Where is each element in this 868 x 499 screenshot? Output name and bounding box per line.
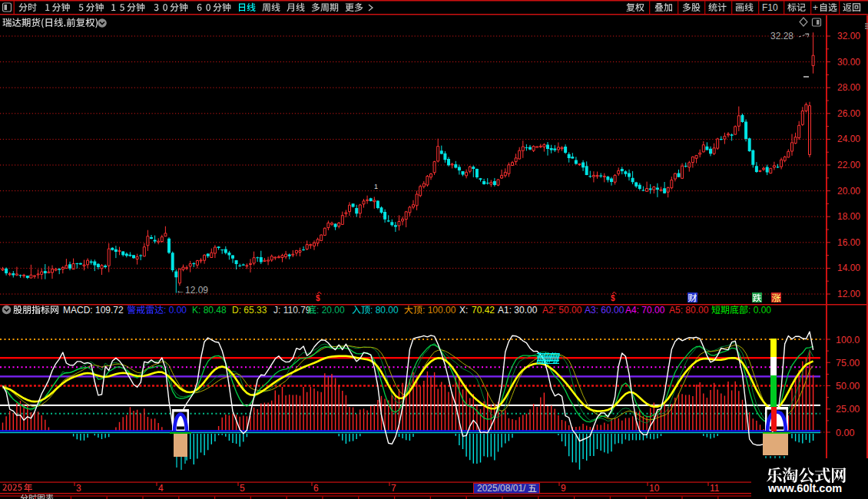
- svg-text:10: 10: [649, 483, 660, 494]
- svg-text:3: 3: [76, 483, 81, 494]
- svg-text:$: $: [611, 294, 615, 302]
- svg-text:7: 7: [391, 483, 396, 494]
- svg-text:26.00: 26.00: [837, 108, 860, 119]
- svg-text:MACD: 109.72: MACD: 109.72: [63, 305, 124, 316]
- svg-text:28.00: 28.00: [837, 82, 860, 93]
- svg-text:4: 4: [158, 483, 164, 494]
- svg-text:20.00: 20.00: [837, 186, 860, 197]
- svg-text:1: 1: [374, 183, 378, 190]
- svg-text:←12.09: ←12.09: [176, 285, 208, 296]
- svg-text:25.00: 25.00: [836, 404, 860, 415]
- svg-text:A4: 70.00: A4: 70.00: [625, 305, 665, 316]
- svg-text:18.00: 18.00: [837, 211, 860, 222]
- svg-text:: 100.00: : 100.00: [422, 305, 456, 316]
- svg-text:24.00: 24.00: [837, 134, 860, 144]
- svg-text:30.00: 30.00: [837, 57, 860, 68]
- svg-text:22.00: 22.00: [837, 160, 860, 170]
- svg-text:A2: 50.00: A2: 50.00: [542, 305, 582, 316]
- svg-text:70.42: 70.42: [472, 305, 495, 316]
- svg-text:5: 5: [240, 483, 245, 494]
- svg-text:www.60lt.com: www.60lt.com: [767, 482, 842, 494]
- svg-text:A5: 80.00: A5: 80.00: [669, 305, 709, 316]
- svg-text:$: $: [316, 294, 320, 302]
- svg-text:6: 6: [313, 483, 319, 494]
- svg-text:: 80.00: : 80.00: [370, 305, 399, 316]
- svg-text:50.00: 50.00: [836, 381, 860, 392]
- svg-text:100.0: 100.0: [836, 335, 860, 345]
- svg-text:K: 80.48: K: 80.48: [192, 305, 227, 316]
- svg-text:12.00: 12.00: [837, 289, 860, 299]
- svg-text:A3: 60.00: A3: 60.00: [585, 305, 624, 316]
- svg-text:75.00: 75.00: [836, 358, 860, 368]
- svg-text:32.28: 32.28: [770, 31, 793, 41]
- svg-text:32.00: 32.00: [837, 31, 860, 41]
- svg-text:: 20.00: : 20.00: [316, 305, 345, 316]
- svg-text:X:: X:: [459, 305, 468, 316]
- svg-text:0.00: 0.00: [836, 428, 854, 438]
- svg-text:: 0.00: : 0.00: [748, 305, 771, 316]
- svg-text:D: 65.33: D: 65.33: [232, 305, 267, 316]
- svg-text:11: 11: [710, 483, 720, 494]
- svg-text:14.00: 14.00: [837, 263, 860, 273]
- svg-text:F10: F10: [762, 2, 778, 13]
- svg-text:16.00: 16.00: [837, 237, 860, 248]
- svg-text:9: 9: [561, 483, 566, 494]
- svg-text:2025/08/01/: 2025/08/01/: [477, 483, 526, 494]
- svg-text:+: +: [813, 2, 818, 13]
- svg-text:: 0.00: : 0.00: [164, 305, 187, 316]
- svg-text:A1: 30.00: A1: 30.00: [498, 305, 538, 316]
- svg-text:J: 110.79: J: 110.79: [273, 305, 311, 316]
